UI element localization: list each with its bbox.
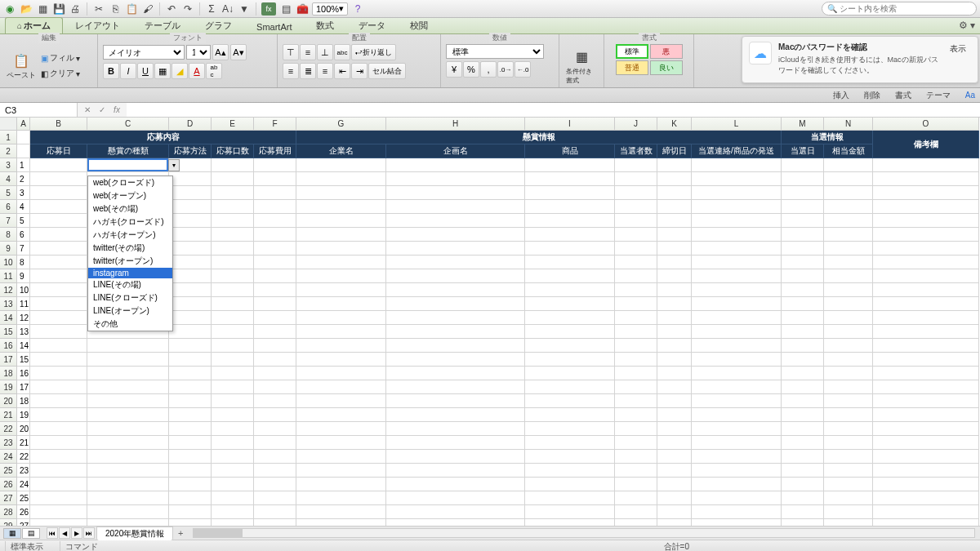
open-icon[interactable]: 📂 [20,2,33,16]
col-header[interactable]: I [525,118,615,131]
dropdown-item[interactable]: LINE(クローズド) [88,291,172,304]
tab-layout[interactable]: レイアウト [63,17,132,33]
dropdown-arrow[interactable]: ▾ [168,159,180,171]
paste-icon[interactable]: 📋 [125,2,138,16]
phonetic-button[interactable]: abc [206,63,222,79]
underline-button[interactable]: U [137,63,154,79]
copy-icon[interactable]: ⎘ [109,2,122,16]
row-header[interactable]: 2 [0,144,17,158]
select-all-corner[interactable] [0,118,17,131]
formula-input[interactable] [127,103,980,117]
dropdown-item[interactable]: instagram [88,268,172,278]
zoom-select[interactable]: 100% ▾ [312,2,348,16]
tab-review[interactable]: 校閲 [398,17,440,33]
col-header[interactable]: H [386,118,525,131]
paste-button[interactable]: 📋ペースト [5,49,38,82]
row-header[interactable]: 14 [0,311,17,325]
cut-icon[interactable]: ✂ [92,2,105,16]
search-input[interactable] [840,4,971,13]
fx-toggle-icon[interactable]: fx [261,2,276,16]
format-painter-icon[interactable]: 🖌 [141,2,154,16]
row-header[interactable]: 26 [0,478,17,491]
dropdown-item[interactable]: ハガキ(オープン) [88,229,172,242]
indent-inc-button[interactable]: ⇥ [351,63,368,79]
row-header[interactable]: 1 [0,131,17,144]
font-color-button[interactable]: A [189,63,205,79]
col-header[interactable]: F [254,118,296,131]
row-header[interactable]: 29 [0,519,17,526]
theme-menu[interactable]: テーマ [926,90,951,101]
row-header[interactable]: 18 [0,367,17,380]
col-header[interactable]: K [657,118,692,131]
font-name-select[interactable]: メイリオ [103,45,185,60]
worksheet[interactable]: ABCDEFGHIJKLMNO 123456789101112131415161… [0,118,980,526]
fill-color-button[interactable]: ◢ [172,63,188,79]
inc-decimal-button[interactable]: .0→ [497,61,514,78]
dropdown-item[interactable]: web(その場) [88,202,172,216]
row-header[interactable]: 13 [0,297,17,311]
horizontal-scrollbar[interactable] [193,528,975,538]
undo-icon[interactable]: ↶ [165,2,178,16]
col-header[interactable]: E [212,118,254,131]
row-header[interactable]: 25 [0,464,17,478]
col-header[interactable]: B [30,118,87,131]
row-header[interactable]: 16 [0,339,17,353]
style-normal[interactable]: 標準 [616,44,648,59]
col-header[interactable]: A [17,118,30,131]
style-bad[interactable]: 悪 [650,44,683,59]
tab-smartart[interactable]: SmartArt [244,20,304,33]
autosum-icon[interactable]: Σ [205,2,218,16]
row-header[interactable]: 28 [0,505,17,519]
ribbon-options-icon[interactable]: ⚙ ▾ [959,20,975,31]
text-style-menu[interactable]: Aa [965,91,975,100]
sheet-search[interactable]: 🔍 [822,2,977,16]
border-button[interactable]: ▦ [154,63,171,79]
row-header[interactable]: 7 [0,214,17,228]
col-header[interactable]: L [692,118,782,131]
tab-data[interactable]: データ [346,17,398,33]
conditional-format-button[interactable]: ▦条件付き書式 [564,46,599,87]
fill-button[interactable]: ▣フィル ▾ [41,51,80,65]
tab-nav-last[interactable]: ⏭ [83,527,95,539]
style-neutral[interactable]: 普通 [616,60,648,75]
format-menu[interactable]: 書式 [895,90,911,101]
merge-button[interactable]: セル結合 [368,63,406,79]
dropdown-item[interactable]: twitter(オープン) [88,255,172,268]
grow-font-button[interactable]: A▴ [212,44,229,60]
align-right-button[interactable]: ≡ [317,63,333,79]
col-header[interactable]: N [824,118,873,131]
align-center-button[interactable]: ≣ [300,63,316,79]
dec-decimal-button[interactable]: ←.0 [514,61,531,78]
filter-icon[interactable]: ▼ [238,2,251,16]
font-size-select[interactable]: 12 [186,45,211,60]
view-layout-button[interactable]: ▤ [22,528,40,539]
row-header[interactable]: 27 [0,491,17,505]
col-header[interactable]: O [873,118,979,131]
tab-formula[interactable]: 数式 [304,17,346,33]
col-header[interactable]: D [169,118,212,131]
align-top-button[interactable]: ⊤ [283,44,299,60]
currency-button[interactable]: ¥ [446,61,462,78]
row-header[interactable]: 4 [0,172,17,186]
dropdown-item[interactable]: ハガキ(クローズド) [88,216,172,229]
dropdown-item[interactable]: LINE(その場) [88,278,172,291]
row-header[interactable]: 24 [0,450,17,464]
style-good[interactable]: 良い [650,60,683,75]
sheet-tab[interactable]: 2020年懸賞情報 [96,527,173,540]
col-header[interactable]: G [296,118,386,131]
row-header[interactable]: 20 [0,394,17,408]
row-header[interactable]: 9 [0,242,17,256]
tab-table[interactable]: テーブル [132,17,193,33]
tab-home[interactable]: ⌂ホーム [5,17,63,33]
tab-nav-prev[interactable]: ◀ [59,527,70,539]
col-header[interactable]: C [87,118,169,131]
align-left-button[interactable]: ≡ [283,63,299,79]
align-bottom-button[interactable]: ⊥ [317,44,333,60]
wrap-button[interactable]: ⮐折り返し [351,44,396,60]
view-normal-button[interactable]: ▦ [3,528,21,539]
row-header[interactable]: 10 [0,256,17,269]
insert-menu[interactable]: 挿入 [833,90,849,101]
row-header[interactable]: 15 [0,325,17,339]
gallery-icon[interactable]: ▤ [279,2,292,16]
print-icon[interactable]: 🖨 [69,2,82,16]
